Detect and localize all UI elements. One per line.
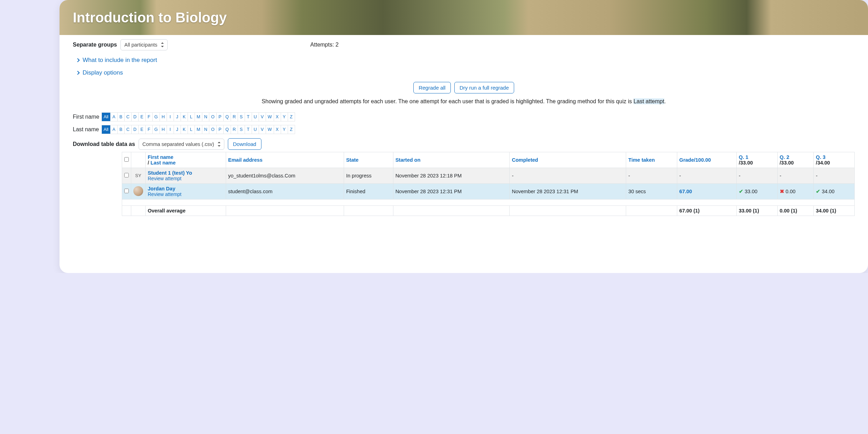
cell-grade: -	[679, 173, 681, 178]
last-name-letter-A[interactable]: A	[111, 125, 118, 134]
collapsible-display-options[interactable]: Display options	[76, 69, 855, 76]
col-q3[interactable]: Q. 3/34.00	[814, 152, 855, 168]
col-q2[interactable]: Q. 2/33.00	[777, 152, 814, 168]
first-name-letter-D[interactable]: D	[132, 112, 139, 121]
col-email[interactable]: Email address	[226, 152, 344, 168]
review-attempt-link[interactable]: Review attempt	[148, 176, 224, 181]
cell-q1-value: 33.00	[745, 189, 757, 194]
last-name-letter-X[interactable]: X	[274, 125, 281, 134]
last-name-letter-J[interactable]: J	[174, 125, 181, 134]
cell-time: 30 secs	[626, 184, 677, 200]
cross-icon: ✖	[780, 189, 784, 194]
first-name-letter-S[interactable]: S	[238, 112, 245, 121]
col-started[interactable]: Started on	[393, 152, 510, 168]
collapsible-what-to-include[interactable]: What to include in the report	[76, 57, 855, 64]
last-name-letter-Z[interactable]: Z	[288, 125, 295, 134]
first-name-letter-R[interactable]: R	[231, 112, 238, 121]
last-name-letter-N[interactable]: N	[202, 125, 209, 134]
row-checkbox[interactable]	[124, 189, 129, 193]
check-icon: ✔	[739, 189, 743, 194]
download-format-select[interactable]: Comma separated values (.csv)	[139, 139, 224, 150]
last-name-letter-All[interactable]: All	[102, 125, 111, 134]
regrade-all-button[interactable]: Regrade all	[413, 82, 451, 93]
cell-email: student@class.com	[226, 184, 344, 200]
course-title: Introduction to Biology	[73, 10, 227, 26]
last-name-letter-T[interactable]: T	[245, 125, 252, 134]
last-name-letter-B[interactable]: B	[118, 125, 125, 134]
cell-q2: ✖0.00	[777, 184, 814, 200]
table-row: SYStudent 1 (test) YoReview attemptyo_st…	[122, 168, 855, 184]
last-name-letter-G[interactable]: G	[153, 125, 160, 134]
last-name-letter-V[interactable]: V	[259, 125, 266, 134]
col-completed[interactable]: Completed	[510, 152, 626, 168]
last-name-letter-E[interactable]: E	[139, 125, 146, 134]
cell-q3: ✔34.00	[814, 184, 855, 200]
first-name-letter-P[interactable]: P	[217, 112, 224, 121]
last-name-letter-W[interactable]: W	[266, 125, 274, 134]
first-name-letter-W[interactable]: W	[266, 112, 274, 121]
cell-grade[interactable]: 67.00	[679, 189, 692, 194]
last-name-letter-I[interactable]: I	[167, 125, 174, 134]
last-name-letter-Q[interactable]: Q	[224, 125, 231, 134]
cell-q3-value: 34.00	[822, 189, 834, 194]
first-name-letter-X[interactable]: X	[274, 112, 281, 121]
first-name-letter-G[interactable]: G	[153, 112, 160, 121]
first-name-letter-I[interactable]: I	[167, 112, 174, 121]
first-name-letter-M[interactable]: M	[195, 112, 202, 121]
first-name-letter-E[interactable]: E	[139, 112, 146, 121]
overall-q3: 34.00 (1)	[814, 206, 855, 216]
last-name-letter-L[interactable]: L	[188, 125, 195, 134]
cell-q1: ✔33.00	[736, 184, 777, 200]
first-name-letter-L[interactable]: L	[188, 112, 195, 121]
avatar-initials: SY	[133, 171, 143, 181]
student-name-link[interactable]: Jordan Day	[148, 186, 224, 191]
last-name-letter-D[interactable]: D	[132, 125, 139, 134]
row-checkbox[interactable]	[124, 173, 129, 177]
col-name[interactable]: First name / Last name	[146, 152, 226, 168]
cell-q3: -	[814, 168, 855, 184]
col-grade[interactable]: Grade/100.00	[677, 152, 736, 168]
first-name-letter-O[interactable]: O	[209, 112, 217, 121]
separate-groups-select[interactable]: All participants	[120, 39, 167, 50]
first-name-letter-T[interactable]: T	[245, 112, 252, 121]
first-name-letter-J[interactable]: J	[174, 112, 181, 121]
first-name-letter-Q[interactable]: Q	[224, 112, 231, 121]
overall-grade: 67.00 (1)	[677, 206, 736, 216]
last-name-letter-C[interactable]: C	[125, 125, 132, 134]
last-name-letter-M[interactable]: M	[195, 125, 202, 134]
first-name-letter-B[interactable]: B	[118, 112, 125, 121]
col-q1[interactable]: Q. 1/33.00	[736, 152, 777, 168]
overall-label: Overall average	[146, 206, 226, 216]
first-name-letter-A[interactable]: A	[111, 112, 118, 121]
select-all-checkbox[interactable]	[124, 157, 129, 162]
cell-q2: -	[777, 168, 814, 184]
last-name-letter-K[interactable]: K	[181, 125, 188, 134]
first-name-filter-label: First name	[73, 114, 102, 120]
last-name-letter-H[interactable]: H	[160, 125, 167, 134]
first-name-letter-H[interactable]: H	[160, 112, 167, 121]
last-name-letter-P[interactable]: P	[217, 125, 224, 134]
last-name-letter-R[interactable]: R	[231, 125, 238, 134]
first-name-letter-V[interactable]: V	[259, 112, 266, 121]
last-name-letter-S[interactable]: S	[238, 125, 245, 134]
overall-q1: 33.00 (1)	[736, 206, 777, 216]
first-name-letter-C[interactable]: C	[125, 112, 132, 121]
dry-run-regrade-button[interactable]: Dry run a full regrade	[454, 82, 514, 93]
first-name-letter-K[interactable]: K	[181, 112, 188, 121]
first-name-letter-Y[interactable]: Y	[281, 112, 288, 121]
download-button[interactable]: Download	[228, 138, 262, 150]
last-name-letter-Y[interactable]: Y	[281, 125, 288, 134]
first-name-letter-F[interactable]: F	[146, 112, 153, 121]
last-name-letter-U[interactable]: U	[252, 125, 259, 134]
info-note: Showing graded and ungraded attempts for…	[73, 98, 855, 105]
first-name-letter-N[interactable]: N	[202, 112, 209, 121]
first-name-letter-All[interactable]: All	[102, 112, 111, 121]
first-name-letter-Z[interactable]: Z	[288, 112, 295, 121]
last-name-letter-O[interactable]: O	[209, 125, 217, 134]
col-state[interactable]: State	[344, 152, 393, 168]
last-name-letter-F[interactable]: F	[146, 125, 153, 134]
first-name-letter-U[interactable]: U	[252, 112, 259, 121]
review-attempt-link[interactable]: Review attempt	[148, 191, 224, 197]
student-name-link[interactable]: Student 1 (test) Yo	[148, 170, 224, 176]
col-time[interactable]: Time taken	[626, 152, 677, 168]
